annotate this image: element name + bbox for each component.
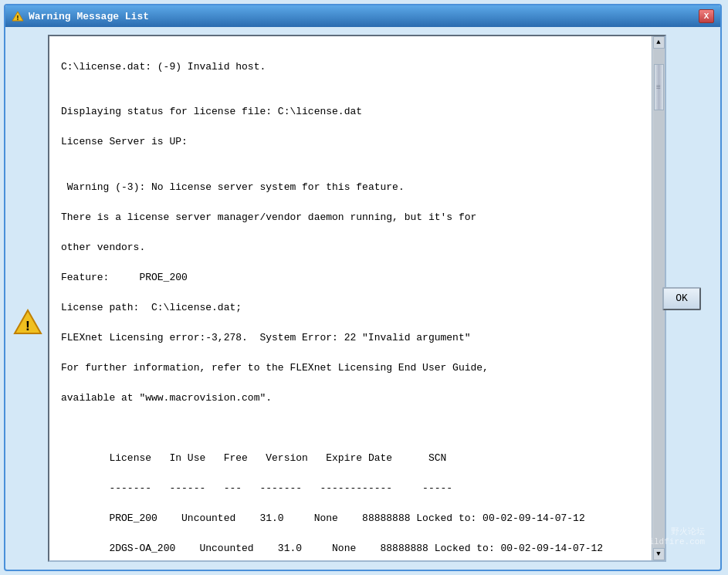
- window-title: Warning Message List: [29, 11, 149, 22]
- warning-message-window: ! Warning Message List X ! C:\license.da…: [4, 4, 722, 571]
- watermark: 野火论坛 www.proewildfire.com: [603, 526, 705, 546]
- text-area[interactable]: C:\license.dat: (-9) Invalid host. Displ…: [48, 35, 666, 562]
- svg-text:!: !: [24, 319, 32, 334]
- message-content: C:\license.dat: (-9) Invalid host. Displ…: [49, 36, 665, 560]
- watermark-line1: 野火论坛: [603, 526, 705, 537]
- warning-triangle-icon: !: [13, 309, 42, 335]
- watermark-line2: www.proewildfire.com: [603, 537, 705, 546]
- main-content: C:\license.dat: (-9) Invalid host. Displ…: [48, 35, 666, 562]
- title-bar-left: ! Warning Message List: [12, 10, 149, 22]
- scroll-up-arrow[interactable]: ▲: [653, 36, 665, 49]
- scroll-thumb[interactable]: [654, 64, 664, 110]
- scroll-down-arrow[interactable]: ▼: [653, 548, 665, 560]
- warning-title-icon: !: [12, 10, 24, 22]
- close-button[interactable]: X: [699, 9, 714, 23]
- right-panel: OK 野火论坛 www.proewildfire.com: [666, 35, 713, 562]
- title-bar: ! Warning Message List X: [5, 5, 720, 27]
- ok-button[interactable]: OK: [662, 287, 701, 310]
- window-body: ! C:\license.dat: (-9) Invalid host. Dis…: [5, 27, 720, 570]
- svg-text:!: !: [15, 15, 19, 22]
- warning-icon-container: !: [13, 309, 44, 340]
